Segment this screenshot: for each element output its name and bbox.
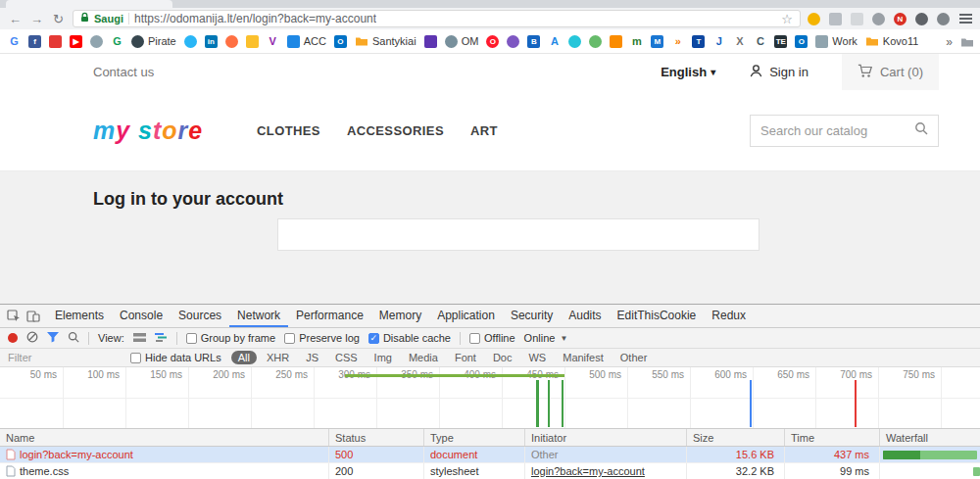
overflow-chevron-icon[interactable]: » [946,35,953,49]
inspect-icon[interactable] [4,310,24,322]
login-input[interactable] [277,218,760,251]
devtools-tab-console[interactable]: Console [112,305,171,327]
devtools-tab-audits[interactable]: Audits [561,305,609,327]
bookmark-item[interactable] [610,35,622,48]
checkbox-preserve-log[interactable]: Preserve log [284,332,360,344]
bookmark-item[interactable]: B [527,35,540,48]
bookmark-item[interactable]: Work [815,35,857,48]
forward-icon[interactable]: → [29,13,44,25]
bookmark-item[interactable] [90,35,103,48]
network-request-row[interactable]: login?back=my-account500documentOther15.… [0,447,980,463]
filter-type-ws[interactable]: WS [521,351,553,364]
bookmark-item[interactable]: TE [774,35,787,48]
filter-icon[interactable] [47,332,59,345]
bookmark-item[interactable] [246,35,259,48]
bookmark-item[interactable]: G [111,35,123,48]
extension-icon[interactable] [808,13,820,25]
other-bookmarks-folder-icon[interactable] [960,33,974,51]
devtools-tab-application[interactable]: Application [429,305,503,327]
search-icon-devtools[interactable] [68,331,79,345]
bookmark-item[interactable]: OM [445,35,479,48]
bookmark-star-icon[interactable]: ☆ [781,12,793,26]
devtools-tab-memory[interactable]: Memory [371,305,429,327]
filter-type-doc[interactable]: Doc [486,351,519,364]
extension-icon[interactable] [915,13,928,25]
search-icon[interactable] [914,121,928,139]
filter-type-js[interactable]: JS [299,351,325,364]
column-header-waterfall[interactable]: Waterfall [879,429,980,446]
bookmark-item[interactable]: O [334,35,347,48]
address-bar[interactable]: Saugi https://odomanija.lt/en/login?back… [73,10,801,27]
devtools-tab-elements[interactable]: Elements [47,305,112,327]
column-header-initiator[interactable]: Initiator [524,429,686,446]
timeline[interactable]: 50 ms100 ms150 ms200 ms250 ms300 ms350 m… [0,367,980,429]
bookmark-item[interactable]: » [671,35,684,48]
extension-icon[interactable] [829,13,842,25]
bookmark-item[interactable] [49,35,62,48]
devtools-tab-performance[interactable]: Performance [288,305,371,327]
devtools-tab-sources[interactable]: Sources [171,305,229,327]
refresh-icon[interactable]: ↻ [51,13,66,25]
devtools-tab-security[interactable]: Security [503,305,561,327]
filter-input[interactable] [8,352,121,363]
browser-tab[interactable] [6,0,172,8]
bookmark-item[interactable] [589,35,602,48]
filter-type-all[interactable]: All [231,351,257,364]
bookmark-item[interactable]: V [267,35,279,48]
column-header-time[interactable]: Time [784,429,879,446]
filter-type-xhr[interactable]: XHR [260,351,296,364]
bookmark-item[interactable]: O [795,35,808,48]
bookmark-item[interactable]: T [692,35,705,48]
bookmark-item[interactable]: G [8,35,21,48]
filter-type-media[interactable]: Media [402,351,445,364]
column-header-name[interactable]: Name [0,429,328,446]
bookmark-item[interactable]: Santykiai [355,32,416,50]
bookmark-item[interactable]: ▶ [70,35,82,48]
bookmark-item[interactable]: O [486,35,499,48]
bookmark-item[interactable]: m [630,35,643,48]
bookmark-item[interactable]: in [205,35,218,48]
large-rows-icon[interactable] [133,332,146,345]
devtools-tab-network[interactable]: Network [229,305,288,327]
filter-type-manifest[interactable]: Manifest [556,351,611,364]
site-logo[interactable]: my store [93,117,257,145]
extension-icon[interactable]: N [894,13,906,25]
devtools-tab-redux[interactable]: Redux [704,305,754,327]
column-header-size[interactable]: Size [686,429,784,446]
bookmark-item[interactable]: Kovo11 [865,32,919,50]
bookmark-item[interactable] [424,35,437,48]
record-icon[interactable] [8,333,18,343]
bookmark-item[interactable]: M [651,35,663,48]
filter-type-css[interactable]: CSS [328,351,365,364]
bookmark-item[interactable] [184,35,197,48]
hide-data-urls-checkbox[interactable]: Hide data URLs [130,352,221,363]
column-header-type[interactable]: Type [423,429,524,446]
overview-icon[interactable] [155,332,168,345]
sign-in-link[interactable]: Sign in [749,64,808,81]
device-toolbar-icon[interactable] [24,310,43,322]
filter-type-other[interactable]: Other [613,351,655,364]
checkbox-group-by-frame[interactable]: Group by frame [186,332,275,344]
language-selector[interactable]: English ▾ [661,65,715,79]
throttling-dropdown[interactable]: Online ▼ [524,332,568,344]
checkbox-disable-cache[interactable]: ✓Disable cache [368,332,451,344]
bookmark-item[interactable] [568,35,581,48]
bookmark-item[interactable]: J [712,35,725,48]
extension-icon[interactable] [872,13,885,25]
bookmark-item[interactable] [507,35,519,48]
menu-icon[interactable] [959,14,972,24]
network-request-row[interactable]: theme.css200stylesheetlogin?back=my-acco… [0,463,980,479]
main-nav-link-clothes[interactable]: CLOTHES [257,123,320,138]
cart-button[interactable]: Cart (0) [842,54,939,90]
filter-type-font[interactable]: Font [448,351,483,364]
bookmark-item[interactable]: ACC [287,35,326,48]
bookmark-item[interactable]: C [754,35,766,48]
bookmark-item[interactable]: f [28,35,41,48]
extension-icon[interactable] [851,13,863,25]
bookmark-item[interactable] [225,35,238,48]
bookmark-item[interactable]: A [548,35,561,48]
main-nav-link-art[interactable]: ART [470,123,498,138]
contact-link[interactable]: Contact us [93,65,154,79]
checkbox-offline[interactable]: Offline [469,332,515,344]
clear-icon[interactable] [26,331,38,345]
